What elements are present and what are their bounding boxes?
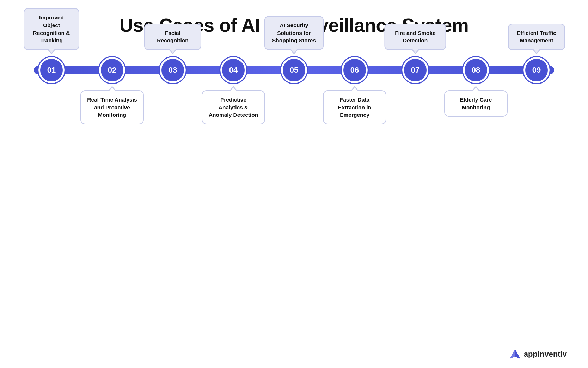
bubble-1-top: Improved Object Recognition & Tracking bbox=[24, 8, 79, 50]
bubble-4-bot: Predictive Analytics & Anomaly Detection bbox=[202, 90, 265, 124]
circle-4: 04 bbox=[220, 57, 246, 83]
node-1: Improved Object Recognition & Tracking 0… bbox=[21, 57, 82, 83]
appinventiv-logo-icon bbox=[509, 348, 521, 360]
node-6: 06 Faster Data Extraction in Emergency bbox=[324, 57, 385, 83]
circle-9: 09 bbox=[523, 57, 550, 83]
timeline-row: Improved Object Recognition & Tracking 0… bbox=[21, 57, 567, 83]
circle-1: 01 bbox=[38, 57, 65, 83]
bubble-2-bot: Real-Time Analysis and Proactive Monitor… bbox=[80, 90, 144, 124]
nodes-container: Improved Object Recognition & Tracking 0… bbox=[21, 57, 567, 83]
circle-6: 06 bbox=[342, 57, 368, 83]
svg-marker-1 bbox=[515, 349, 520, 359]
node-5: AI Security Solutions for Shopping Store… bbox=[264, 57, 324, 83]
logo: appinventiv bbox=[509, 348, 567, 360]
node-3: Facial Recognition 03 bbox=[142, 57, 203, 83]
bubble-7-top: Fire and Smoke Detection bbox=[385, 24, 446, 50]
node-2: 02 Real-Time Analysis and Proactive Moni… bbox=[82, 57, 142, 83]
diagram: Improved Object Recognition & Tracking 0… bbox=[21, 54, 567, 83]
bubble-3-top: Facial Recognition bbox=[144, 24, 201, 50]
circle-5: 05 bbox=[281, 57, 307, 83]
circle-8: 08 bbox=[463, 57, 489, 83]
circle-2: 02 bbox=[99, 57, 125, 83]
node-4: 04 Predictive Analytics & Anomaly Detect… bbox=[203, 57, 264, 83]
circle-7: 07 bbox=[402, 57, 428, 83]
bubble-9-top: Efficient Traffic Management bbox=[508, 24, 565, 50]
node-8: 08 Elderly Care Monitoring bbox=[446, 57, 506, 83]
bubble-8-bot: Elderly Care Monitoring bbox=[444, 90, 508, 117]
bubble-6-bot: Faster Data Extraction in Emergency bbox=[323, 90, 386, 124]
node-7: Fire and Smoke Detection 07 bbox=[385, 57, 446, 83]
svg-marker-2 bbox=[510, 349, 515, 359]
node-9: Efficient Traffic Management 09 bbox=[506, 57, 567, 83]
logo-text: appinventiv bbox=[524, 350, 567, 359]
circle-3: 03 bbox=[160, 57, 186, 83]
bubble-5-top: AI Security Solutions for Shopping Store… bbox=[264, 16, 324, 50]
